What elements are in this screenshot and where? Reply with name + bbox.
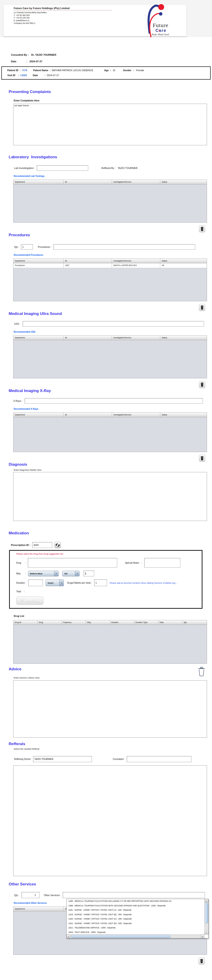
suggestion-item[interactable]: 1320 : NURSE - HOME / OFFICE / HOTEL VIS… bbox=[67, 917, 204, 921]
chevron-down-icon: ▼ bbox=[75, 571, 79, 576]
duration-input[interactable] bbox=[28, 579, 43, 586]
scroll-down-icon[interactable]: ▼ bbox=[205, 931, 208, 934]
way-qty-input[interactable] bbox=[84, 571, 94, 576]
letterhead: Future Care by Future Holdings (Pty) Lim… bbox=[0, 0, 212, 37]
col-department: Department bbox=[13, 259, 64, 263]
procedures-qty-label: Qty : bbox=[14, 245, 19, 248]
xrays-input[interactable] bbox=[25, 398, 203, 404]
suggestion-item[interactable]: 1521 : TELEMEDICINE SERVICE : 1000 : Dep… bbox=[67, 926, 204, 930]
patient-id-label: Patient ID : bbox=[7, 69, 21, 72]
table-header-row: Department ID Investigation/Service Stat… bbox=[13, 413, 207, 417]
complaints-textarea[interactable]: put upper braces bbox=[13, 104, 207, 145]
chevron-down-icon: ▼ bbox=[59, 579, 64, 586]
section-title-diagnosis: Diagnosis bbox=[9, 462, 212, 467]
suggestion-item[interactable]: 1603 : TEST SERVICE : 3000 : Depends bbox=[67, 930, 204, 935]
delete-uss-button[interactable]: c bbox=[199, 381, 205, 388]
suggestion-item[interactable]: 1486 : MEDICAL TOURISM FACILITATION INCL… bbox=[67, 899, 204, 904]
scrollbar-thumb[interactable] bbox=[71, 935, 170, 938]
suggestion-item[interactable]: 1321 : NURSE - HOME / OFFICE / HOTEL VIS… bbox=[67, 921, 204, 926]
date-row: Date : 2024-07-27 bbox=[11, 60, 212, 63]
col-way: Way bbox=[86, 620, 110, 625]
refresh-icon bbox=[55, 542, 60, 547]
table-empty-body bbox=[13, 268, 207, 301]
frequency-select[interactable]: OD ▼ bbox=[62, 571, 80, 576]
company-logo: Future Care ♥ Body Mind Soul bbox=[137, 3, 185, 37]
vertical-scrollbar[interactable]: ▲ ▼ bbox=[204, 899, 208, 934]
meal-timing-select[interactable]: Before Meal ▼ bbox=[28, 571, 59, 576]
diagnosis-sublabel: Enter Diagnosis Details Here bbox=[14, 469, 212, 471]
delete-advice-button[interactable] bbox=[198, 667, 206, 676]
letterhead-card: Future Care by Future Holdings (Pty) Lim… bbox=[3, 5, 186, 37]
patient-name-value: NATHAN PATRICK LUCUS CADENCE bbox=[52, 69, 93, 72]
scrollbar-thumb[interactable] bbox=[205, 903, 208, 924]
os-qty-input[interactable] bbox=[21, 892, 40, 898]
delete-lab-button[interactable]: c bbox=[199, 225, 205, 232]
col-service: Investigation/Service bbox=[112, 336, 160, 340]
company-name: Future Care by Future Holdings (Pty) Lim… bbox=[14, 7, 112, 10]
logo-tagline: Body Mind Soul bbox=[151, 33, 169, 36]
section-title-advice: Advice bbox=[9, 667, 21, 671]
col-service: Investigation/Service bbox=[112, 259, 160, 263]
diagnosis-textarea[interactable] bbox=[13, 472, 207, 521]
reffered-by-label: Reffered By : bbox=[101, 167, 116, 169]
scroll-up-icon[interactable]: ▲ bbox=[205, 899, 208, 902]
procedures-qty-input[interactable] bbox=[21, 244, 33, 250]
advice-textarea[interactable] bbox=[13, 680, 207, 738]
consulted-by-value: Dr. TAZIO TOURNIER bbox=[31, 53, 56, 56]
suggestion-item[interactable]: 1181 : NURSE - HOME / OFFICE / HOTEL VIS… bbox=[67, 908, 204, 912]
os-input[interactable] bbox=[63, 892, 205, 898]
procedures-table: Department ID Investigation/Service Stat… bbox=[13, 259, 207, 301]
table-empty-body bbox=[13, 625, 207, 663]
drug-suggestion-note: Please select the Drug from Drug suggess… bbox=[16, 552, 202, 555]
table-row[interactable]: Procedures 1567 DENTAL-UPPER BRACES Ok bbox=[13, 263, 207, 268]
date-label: Date : bbox=[11, 60, 27, 63]
scroll-left-icon[interactable]: ◄ bbox=[67, 935, 70, 938]
col-service: Investigation/Service bbox=[112, 180, 160, 184]
col-id: ID bbox=[64, 259, 112, 263]
table-header-row: Drug ID Drug Fequency Way Duration Durat… bbox=[13, 620, 207, 625]
recommended-procedures-label: Recommended Procedures bbox=[14, 254, 212, 256]
prescription-id-input[interactable] bbox=[32, 542, 52, 548]
cell-id: 1567 bbox=[64, 263, 112, 268]
total-label: Total : bbox=[16, 590, 25, 593]
per-meal-input[interactable] bbox=[94, 579, 107, 586]
col-duration: Duration bbox=[110, 620, 134, 625]
consultant-input[interactable] bbox=[127, 756, 191, 762]
refresh-prescription-button[interactable] bbox=[55, 542, 61, 548]
plus-icon: + bbox=[21, 599, 24, 603]
patient-name-label: Patient Name : bbox=[33, 69, 50, 72]
lab-testings-table: Department ID Investigation/Service Stat… bbox=[13, 180, 207, 223]
col-note: Note bbox=[159, 620, 183, 625]
uss-input[interactable] bbox=[22, 321, 204, 326]
scroll-right-icon[interactable]: ► bbox=[201, 935, 204, 938]
decimal-hint-note: Please add as decimal numbers when addin… bbox=[110, 582, 202, 584]
delete-xray-button[interactable]: c bbox=[199, 455, 205, 462]
suggestion-item[interactable]: 1319 : NURSE - HOME / OFFICE / HOTEL VIS… bbox=[67, 912, 204, 917]
col-drug: Drug bbox=[38, 620, 62, 625]
suggestion-item[interactable]: 1485 : MEDICAL TOURISM FACILITATION WITH… bbox=[67, 904, 204, 908]
col-department: Department bbox=[13, 413, 64, 417]
per-meal-label: Drugs/Tablets per meal : bbox=[67, 582, 92, 584]
col-duration-type: Duration Type bbox=[134, 620, 159, 625]
drug-input[interactable] bbox=[28, 558, 117, 568]
special-notes-input[interactable] bbox=[144, 558, 180, 568]
delete-other-services-button[interactable]: c bbox=[199, 958, 205, 964]
way-label: Way : bbox=[16, 572, 26, 575]
delete-procedures-button[interactable]: c bbox=[199, 304, 205, 311]
refferal-list-box[interactable] bbox=[13, 765, 207, 876]
horizontal-scrollbar[interactable]: ◄ ► bbox=[67, 934, 204, 938]
patient-info-box: Patient ID : 7478 Patient Name : NATHAN … bbox=[2, 67, 210, 80]
procedures-input[interactable] bbox=[53, 244, 195, 250]
drug-entry-panel: Please select the Drug from Drug suggess… bbox=[9, 550, 202, 609]
add-drug-button[interactable]: + Add Drug bbox=[16, 597, 43, 605]
duration-unit-select[interactable]: Day/s ▼ bbox=[46, 579, 64, 586]
duration-unit-value: Day/s bbox=[46, 579, 59, 586]
reffering-doctor-input[interactable] bbox=[33, 756, 92, 762]
table-empty-body bbox=[13, 417, 207, 452]
os-qty-label: Qty : bbox=[14, 894, 19, 897]
lab-investigation-input[interactable] bbox=[37, 165, 88, 171]
drug-label: Drug : bbox=[16, 562, 26, 564]
trash-mark: c bbox=[202, 228, 202, 230]
consulted-by-row: Consulted By : Dr. TAZIO TOURNIER bbox=[11, 53, 212, 56]
col-id: ID bbox=[64, 336, 112, 340]
